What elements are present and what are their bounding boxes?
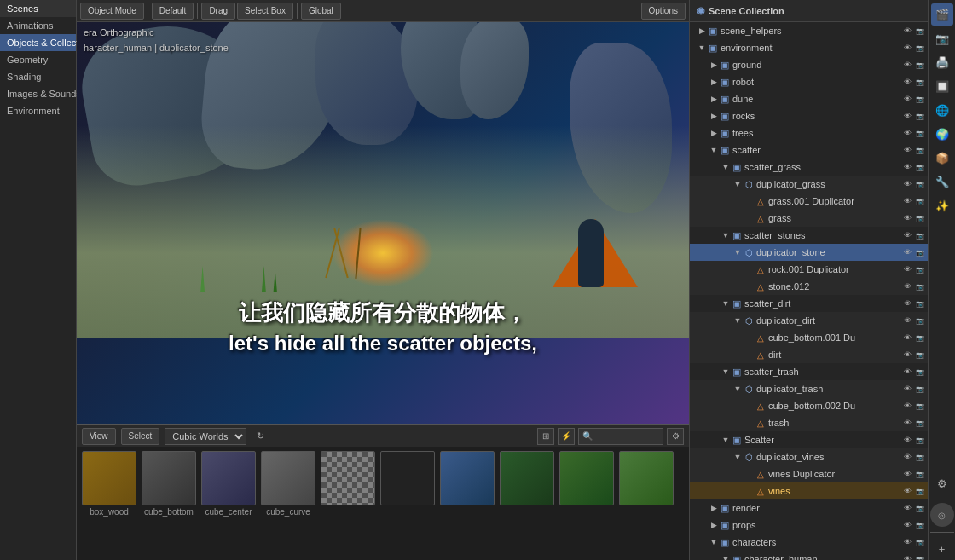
sidebar-item-environment_lp[interactable]: Environment [0,102,76,119]
global-btn[interactable]: Global [301,3,341,20]
visibility-btn-scatter_grass[interactable]: 👁 [901,161,913,173]
tree-item-Scatter_vines[interactable]: ▼▣Scatter👁📷 [690,431,928,448]
asset-item-item10[interactable] [619,451,674,507]
viewport-main[interactable]: Object Mode Default Drag Select Box Glob… [77,0,689,424]
render-btn-cube_bottom001_du[interactable]: 📷 [914,332,926,344]
props-world-btn[interactable]: 🌍 [931,123,953,145]
visibility-btn-props[interactable]: 👁 [901,519,913,531]
tree-arrow-rocks[interactable]: ▶ [709,112,719,120]
render-btn-trash[interactable]: 📷 [914,417,926,429]
visibility-btn-Scatter_vines[interactable]: 👁 [901,434,913,446]
tree-item-scatter_dirt[interactable]: ▼▣scatter_dirt👁📷 [690,295,928,312]
asset-item-item7[interactable] [440,451,495,507]
render-btn-dirt[interactable]: 📷 [914,349,926,361]
tree-arrow-duplicator_grass[interactable]: ▼ [732,180,743,188]
visibility-btn-duplicator_dirt[interactable]: 👁 [901,315,913,326]
tree-arrow-robot[interactable]: ▶ [709,78,719,86]
render-btn-scatter_dirt[interactable]: 📷 [914,297,926,309]
visibility-btn-cube_bottom002_du[interactable]: 👁 [901,400,913,412]
sidebar-item-geometry[interactable]: Geometry [0,51,76,68]
tree-item-vines_dup[interactable]: △vines Duplicator👁📷 [690,465,928,482]
tree-item-environment[interactable]: ▼▣environment👁📷 [690,39,928,56]
visibility-btn-vines[interactable]: 👁 [901,485,913,497]
tree-arrow-duplicator_dirt[interactable]: ▼ [732,316,743,325]
tree-arrow-scatter_dirt[interactable]: ▼ [721,299,731,308]
refresh-btn[interactable]: ↻ [252,428,269,445]
asset-item-cube_bottom[interactable]: cube_bottom [142,451,196,517]
tree-item-grass[interactable]: △grass👁📷 [690,210,928,227]
render-btn-grass[interactable]: 📷 [914,212,926,224]
tree-item-stone012[interactable]: △stone.012👁📷 [690,278,928,295]
asset-item-item8[interactable] [500,451,554,507]
visibility-btn-dune[interactable]: 👁 [901,93,913,105]
tree-arrow-scatter_stones[interactable]: ▼ [721,231,731,240]
asset-item-item9[interactable] [559,451,614,507]
tree-arrow-ground[interactable]: ▶ [709,61,719,69]
tree-item-vines[interactable]: △vines👁📷 [690,482,928,499]
tree-item-duplicator_stone[interactable]: ▼⬡duplicator_stone👁📷 [690,244,928,261]
asset-item-box_wood[interactable]: box_wood [82,451,136,517]
visibility-btn-ground[interactable]: 👁 [901,59,913,71]
props-output-btn[interactable]: 🖨️ [931,51,953,73]
tree-item-scatter[interactable]: ▼▣scatter👁📷 [690,141,928,159]
tree-item-duplicator_vines[interactable]: ▼⬡duplicator_vines👁📷 [690,448,928,465]
tree-arrow-props[interactable]: ▶ [709,521,719,529]
render-btn-vines[interactable]: 📷 [914,485,926,497]
visibility-btn-vines_dup[interactable]: 👁 [901,468,913,480]
visibility-btn-stone012[interactable]: 👁 [901,280,913,292]
render-btn-trees[interactable]: 📷 [914,127,926,139]
tree-item-rock001_dup[interactable]: △rock.001 Duplicator👁📷 [690,261,928,278]
tree-item-scatter_grass[interactable]: ▼▣scatter_grass👁📷 [690,159,928,176]
props-scene2-btn[interactable]: 🌐 [931,99,953,121]
tree-item-scene_helpers[interactable]: ▶▣scene_helpers👁📷 [690,22,928,39]
tree-arrow-duplicator_vines[interactable]: ▼ [732,453,743,461]
visibility-btn-dirt[interactable]: 👁 [901,349,913,361]
scene-tree[interactable]: ▶▣scene_helpers👁📷▼▣environment👁📷▶▣ground… [690,22,928,560]
tree-arrow-duplicator_trash[interactable]: ▼ [732,384,743,393]
tree-item-duplicator_dirt[interactable]: ▼⬡duplicator_dirt👁📷 [690,312,928,329]
tree-item-duplicator_trash[interactable]: ▼⬡duplicator_trash👁📷 [690,380,928,397]
tree-arrow-duplicator_stone[interactable]: ▼ [732,248,743,257]
add-btn[interactable]: + [931,538,953,560]
tree-item-character_human[interactable]: ▼▣character_human👁📷 [690,551,928,560]
render-btn-stone012[interactable]: 📷 [914,280,926,292]
visibility-btn-character_human[interactable]: 👁 [901,553,913,560]
tree-arrow-scatter_trash[interactable]: ▼ [721,367,731,376]
visibility-btn-duplicator_trash[interactable]: 👁 [901,383,913,395]
tree-arrow-scene_helpers[interactable]: ▶ [697,26,707,35]
tree-item-rocks[interactable]: ▶▣rocks👁📷 [690,107,928,124]
visibility-btn-scatter[interactable]: 👁 [901,144,913,156]
tree-arrow-scatter[interactable]: ▼ [709,146,719,154]
render-btn-dune[interactable]: 📷 [914,93,926,105]
visibility-btn-trash[interactable]: 👁 [901,417,913,429]
render-btn-cube_bottom002_du[interactable]: 📷 [914,400,926,412]
visibility-btn-characters[interactable]: 👁 [901,536,913,548]
visibility-btn-scatter_trash[interactable]: 👁 [901,366,913,378]
render-btn-duplicator_vines[interactable]: 📷 [914,451,926,463]
render-btn-rocks[interactable]: 📷 [914,110,926,122]
render-btn-scatter_trash[interactable]: 📷 [914,366,926,378]
collection-dropdown[interactable]: Cubic Worlds [165,428,246,445]
tree-item-characters[interactable]: ▼▣characters👁📷 [690,534,928,551]
default-btn[interactable]: Default [152,3,194,20]
filter-btn[interactable]: ⚡ [558,428,575,445]
drag-btn[interactable]: Drag [201,3,235,20]
visibility-btn-scene_helpers[interactable]: 👁 [901,25,913,37]
render-btn-environment[interactable]: 📷 [914,42,926,54]
render-btn-rock001_dup[interactable]: 📷 [914,263,926,275]
settings-btn[interactable]: ⚙ [667,428,684,445]
tree-arrow-Scatter_vines[interactable]: ▼ [721,436,731,444]
visibility-btn-robot[interactable]: 👁 [901,76,913,88]
visibility-btn-trees[interactable]: 👁 [901,127,913,139]
render-btn-scatter[interactable]: 📷 [914,144,926,156]
render-btn-scatter_grass[interactable]: 📷 [914,161,926,173]
render-btn-grass001_dup[interactable]: 📷 [914,195,926,207]
visibility-btn-rocks[interactable]: 👁 [901,110,913,122]
render-btn-scene_helpers[interactable]: 📷 [914,25,926,37]
tree-item-ground[interactable]: ▶▣ground👁📷 [690,56,928,73]
visibility-btn-render[interactable]: 👁 [901,502,913,514]
render-btn-duplicator_stone[interactable]: 📷 [914,246,926,258]
render-btn-robot[interactable]: 📷 [914,76,926,88]
view-tab[interactable]: View [82,428,116,445]
visibility-btn-cube_bottom001_du[interactable]: 👁 [901,332,913,344]
